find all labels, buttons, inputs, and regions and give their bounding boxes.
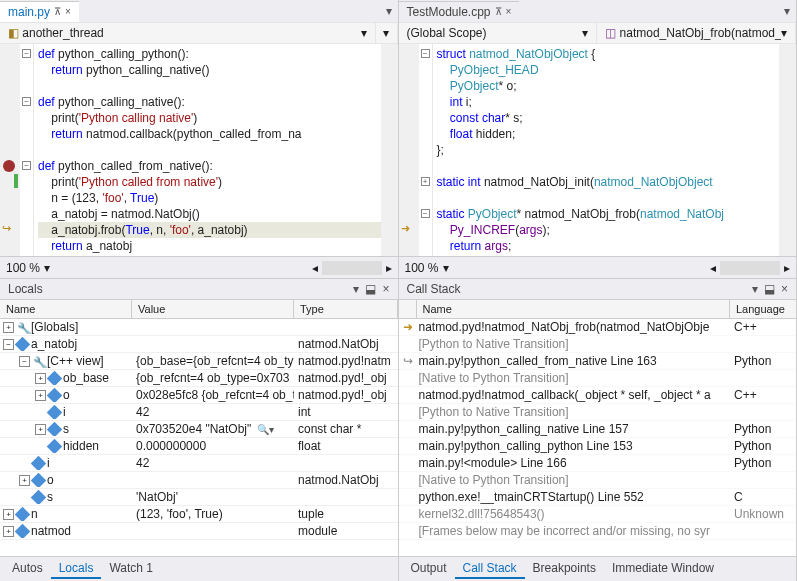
- callstack-row[interactable]: ↪main.py!python_called_from_native Line …: [399, 353, 797, 370]
- locals-row[interactable]: +onatmod.NatObj: [0, 472, 398, 489]
- locals-row[interactable]: +🔧[Globals]: [0, 319, 398, 336]
- col-language[interactable]: Language: [730, 300, 796, 318]
- locals-row[interactable]: +s0x703520e4 "NatObj" 🔍▾const char *: [0, 421, 398, 438]
- expand-toggle[interactable]: +: [19, 475, 30, 486]
- dropdown-icon[interactable]: ▾: [353, 282, 359, 296]
- code-line[interactable]: print('Python calling native'): [38, 110, 381, 126]
- scope-dropdown-left[interactable]: (Global Scope) ▾: [399, 23, 598, 43]
- callstack-row[interactable]: main.py!<module> Line 166Python: [399, 455, 797, 472]
- close-icon[interactable]: ×: [65, 6, 71, 17]
- close-icon[interactable]: ×: [781, 282, 788, 296]
- code-line[interactable]: struct natmod_NatObjObject {: [437, 46, 780, 62]
- code-line[interactable]: return a_natobj: [38, 238, 381, 254]
- code-line[interactable]: const char* s;: [437, 110, 780, 126]
- pin-icon[interactable]: ⊼: [495, 6, 502, 17]
- code-line[interactable]: [437, 158, 780, 174]
- code-line[interactable]: int i;: [437, 94, 780, 110]
- code-line[interactable]: float hidden;: [437, 126, 780, 142]
- close-icon[interactable]: ×: [382, 282, 389, 296]
- locals-row[interactable]: i42: [0, 455, 398, 472]
- expand-toggle[interactable]: +: [35, 373, 46, 384]
- expand-toggle[interactable]: +: [3, 322, 14, 333]
- breakpoint-icon[interactable]: [3, 160, 15, 172]
- expand-toggle[interactable]: −: [19, 356, 30, 367]
- callstack-row[interactable]: python.exe!__tmainCRTStartup() Line 552C: [399, 489, 797, 506]
- code-line[interactable]: n = (123, 'foo', True): [38, 190, 381, 206]
- scrollbar-vertical[interactable]: [779, 44, 796, 256]
- tab-overflow-icon[interactable]: ▾: [778, 4, 796, 18]
- locals-row[interactable]: +natmodmodule: [0, 523, 398, 540]
- code-line[interactable]: return python_calling_native(): [38, 62, 381, 78]
- code-line[interactable]: Py_INCREF(args);: [437, 222, 780, 238]
- callstack-row[interactable]: [Native to Python Transition]: [399, 370, 797, 387]
- tab-overflow-icon[interactable]: ▾: [380, 4, 398, 18]
- footer-tab[interactable]: Breakpoints: [525, 559, 604, 579]
- code-line[interactable]: PyObject* o;: [437, 78, 780, 94]
- callstack-row[interactable]: [Native to Python Transition]: [399, 472, 797, 489]
- footer-tab[interactable]: Immediate Window: [604, 559, 722, 579]
- chevron-down-icon[interactable]: ▾: [44, 261, 50, 275]
- fold-toggle[interactable]: −: [22, 161, 31, 170]
- scope-dropdown-right[interactable]: ◫ natmod_NatObj_frob(natmod_ ▾: [597, 23, 796, 43]
- expand-toggle[interactable]: −: [3, 339, 14, 350]
- code-area-right[interactable]: ➜ −+− struct natmod_NatObjObject { PyObj…: [399, 44, 797, 256]
- fold-toggle[interactable]: −: [421, 49, 430, 58]
- code-line[interactable]: [437, 190, 780, 206]
- h-scrollbar[interactable]: [322, 261, 382, 275]
- code-line[interactable]: static PyObject* natmod_NatObj_frob(natm…: [437, 206, 780, 222]
- scope-nav-icon[interactable]: ▾: [376, 23, 398, 43]
- code-line[interactable]: a_natobj.frob(True, n, 'foo', a_natobj): [38, 222, 381, 238]
- footer-tab[interactable]: Autos: [4, 559, 51, 579]
- code-line[interactable]: def python_calling_python():: [38, 46, 381, 62]
- locals-row[interactable]: +ob_base{ob_refcnt=4 ob_type=0x703natmod…: [0, 370, 398, 387]
- code-area-left[interactable]: ↪ −−− def python_calling_python(): retur…: [0, 44, 398, 256]
- fold-toggle[interactable]: +: [421, 177, 430, 186]
- callstack-row[interactable]: main.py!python_calling_python Line 153Py…: [399, 438, 797, 455]
- file-tab-main-py[interactable]: main.py ⊼ ×: [0, 1, 79, 22]
- code-line[interactable]: def python_called_from_native():: [38, 158, 381, 174]
- locals-row[interactable]: +o0x028e5fc8 {ob_refcnt=4 ob_tnatmod.pyd…: [0, 387, 398, 404]
- footer-tab[interactable]: Call Stack: [455, 559, 525, 579]
- scope-dropdown[interactable]: ◧ another_thread ▾: [0, 23, 376, 43]
- footer-tab[interactable]: Output: [403, 559, 455, 579]
- callstack-row[interactable]: natmod.pyd!natmod_callback(_object * sel…: [399, 387, 797, 404]
- code-line[interactable]: return args;: [437, 238, 780, 254]
- code-line[interactable]: static int natmod_NatObj_init(natmod_Nat…: [437, 174, 780, 190]
- visualizer-icon[interactable]: 🔍▾: [257, 424, 274, 435]
- locals-row[interactable]: −a_natobjnatmod.NatObj: [0, 336, 398, 353]
- footer-tab[interactable]: Watch 1: [101, 559, 161, 579]
- locals-row[interactable]: −🔧[C++ view]{ob_base={ob_refcnt=4 ob_tyn…: [0, 353, 398, 370]
- code-line[interactable]: def python_calling_native():: [38, 94, 381, 110]
- footer-tab[interactable]: Locals: [51, 559, 102, 579]
- expand-toggle[interactable]: +: [3, 509, 14, 520]
- dropdown-icon[interactable]: ▾: [752, 282, 758, 296]
- code-line[interactable]: };: [437, 142, 780, 158]
- col-value[interactable]: Value: [132, 300, 294, 318]
- callstack-row[interactable]: main.py!python_calling_native Line 157Py…: [399, 421, 797, 438]
- close-icon[interactable]: ×: [506, 6, 512, 17]
- file-tab-testmodule[interactable]: TestModule.cpp ⊼ ×: [399, 1, 520, 22]
- code-line[interactable]: [38, 254, 381, 256]
- expand-toggle[interactable]: +: [35, 424, 46, 435]
- locals-row[interactable]: hidden0.000000000float: [0, 438, 398, 455]
- expand-toggle[interactable]: +: [35, 390, 46, 401]
- scrollbar-vertical[interactable]: [381, 44, 398, 256]
- pin-icon[interactable]: ⬓: [764, 282, 775, 296]
- h-scrollbar[interactable]: [720, 261, 780, 275]
- pin-icon[interactable]: ⊼: [54, 6, 61, 17]
- callstack-row[interactable]: kernel32.dll!75648543()Unknown: [399, 506, 797, 523]
- chevron-down-icon[interactable]: ▾: [443, 261, 449, 275]
- col-name[interactable]: Name: [0, 300, 132, 318]
- callstack-row[interactable]: [Python to Native Transition]: [399, 336, 797, 353]
- callstack-row[interactable]: [Python to Native Transition]: [399, 404, 797, 421]
- pin-icon[interactable]: ⬓: [365, 282, 376, 296]
- expand-toggle[interactable]: +: [3, 526, 14, 537]
- fold-toggle[interactable]: −: [22, 97, 31, 106]
- locals-row[interactable]: +n(123, 'foo', True)tuple: [0, 506, 398, 523]
- fold-toggle[interactable]: −: [421, 209, 430, 218]
- locals-row[interactable]: i42int: [0, 404, 398, 421]
- col-type[interactable]: Type: [294, 300, 398, 318]
- locals-row[interactable]: s'NatObj': [0, 489, 398, 506]
- code-line[interactable]: }: [437, 254, 780, 256]
- callstack-row[interactable]: ➜natmod.pyd!natmod_NatObj_frob(natmod_Na…: [399, 319, 797, 336]
